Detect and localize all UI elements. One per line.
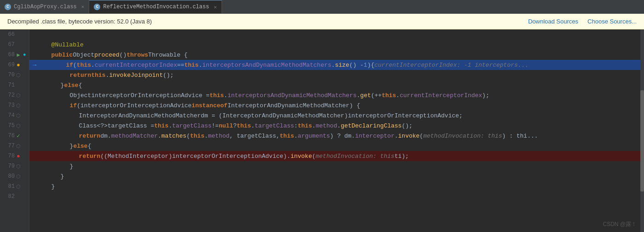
line-number: 82	[0, 193, 15, 200]
tab-reflective[interactable]: C ReflectiveMethodInvocation.class ✕	[89, 0, 222, 13]
tab-cglib[interactable]: C CglibAopProxy.class ✕	[0, 0, 89, 13]
code-line: return this.invokeJoinpoint();	[29, 70, 644, 80]
gutter-row: 68▶●	[0, 50, 29, 60]
download-sources-link[interactable]: Download Sources	[528, 18, 578, 25]
gutter-row: 66	[0, 29, 29, 40]
gutter-icon: ⬡	[15, 163, 22, 169]
gutter-row: 82	[0, 191, 29, 202]
tab-icon-cglib: C	[5, 4, 11, 10]
gutter-icon: ⬡	[15, 123, 22, 129]
gutter-icon: ⬡	[15, 72, 22, 78]
code-line: public Object proceed() throws Throwable…	[29, 50, 644, 60]
gutter-row: 69●	[0, 60, 29, 70]
scrollbar-track[interactable]	[640, 29, 644, 232]
code-line: InterceptorAndDynamicMethodMatcher dm = …	[29, 110, 644, 121]
tab-close-cglib[interactable]: ✕	[81, 4, 85, 10]
gutter-row: 70⬡	[0, 70, 29, 80]
gutter-row: 67	[0, 40, 29, 50]
code-line	[29, 191, 644, 202]
line-number: 77	[0, 143, 15, 149]
line-number: 81	[0, 183, 15, 190]
line-number: 69	[0, 62, 15, 68]
line-number: 78	[0, 153, 15, 159]
gutter-icon: ⬡	[15, 113, 22, 119]
gutter-icon: ▶	[15, 52, 22, 58]
line-number: 79	[0, 163, 15, 169]
line-number: 71	[0, 82, 15, 88]
gutter-icon: ⬡	[15, 174, 22, 180]
code-line: return dm.methodMatcher.matches(this.met…	[29, 131, 644, 141]
gutter-row: 80⬡	[0, 171, 29, 181]
line-number: 74	[0, 112, 15, 119]
gutter-row: 81⬡	[0, 181, 29, 191]
info-bar-message: Decompiled .class file, bytecode version…	[7, 18, 152, 25]
code-content[interactable]: @Nullablepublic Object proceed() throws …	[29, 29, 644, 232]
code-line	[29, 29, 644, 40]
gutter-row: 72⬡	[0, 90, 29, 100]
gutter-icon: ⬡	[15, 93, 22, 99]
gutter-row: 79⬡	[0, 161, 29, 171]
gutter-row: 75⬡	[0, 121, 29, 131]
code-line: Object interceptorOrInterceptionAdvice =…	[29, 90, 644, 100]
line-number: 66	[0, 31, 15, 38]
info-bar-actions: Download Sources Choose Sources...	[528, 18, 637, 25]
code-area: 666768▶●69●70⬡7172⬡73⬡74⬡75⬡76✓77⬡78●79⬡…	[0, 29, 644, 232]
tab-label-cglib: CglibAopProxy.class	[14, 4, 77, 10]
gutter-icon: ●	[15, 62, 22, 69]
code-line: }	[29, 161, 644, 171]
gutter-icon: ⬡	[15, 184, 22, 190]
line-number: 72	[0, 92, 15, 99]
code-line: Class<?> targetClass = this.targetClass …	[29, 121, 644, 131]
code-line: }	[29, 181, 644, 191]
code-line: } else {	[29, 141, 644, 151]
gutter: 666768▶●69●70⬡7172⬡73⬡74⬡75⬡76✓77⬡78●79⬡…	[0, 29, 29, 232]
gutter-row: 74⬡	[0, 110, 29, 121]
code-line: @Nullable	[29, 40, 644, 50]
gutter-icon: ⬡	[15, 143, 22, 149]
tab-label-reflective: ReflectiveMethodInvocation.class	[103, 4, 209, 10]
choose-sources-link[interactable]: Choose Sources...	[587, 18, 637, 25]
tab-close-reflective[interactable]: ✕	[214, 4, 217, 10]
tab-bar: C CglibAopProxy.class ✕ C ReflectiveMeth…	[0, 0, 644, 14]
line-number: 75	[0, 122, 15, 129]
gutter-row: 78●	[0, 151, 29, 161]
gutter-icon: ●	[15, 153, 22, 160]
code-line: return ((MethodInterceptor)interceptorOr…	[29, 151, 644, 161]
code-line: →if (this.currentInterceptorIndex == thi…	[29, 60, 644, 70]
code-line: if (interceptorOrInterceptionAdvice inst…	[29, 100, 644, 110]
gutter-row: 77⬡	[0, 141, 29, 151]
tab-icon-reflective: C	[94, 4, 100, 10]
gutter-row: 76✓	[0, 131, 29, 141]
gutter-row: 73⬡	[0, 100, 29, 110]
gutter-icon: ✓	[15, 132, 22, 139]
line-number: 68	[0, 52, 15, 58]
line-number: 80	[0, 173, 15, 180]
line-number: 67	[0, 41, 15, 48]
gutter-row: 71	[0, 80, 29, 90]
gutter-icon: ⬡	[15, 103, 22, 109]
line-number: 73	[0, 102, 15, 109]
code-line: } else {	[29, 80, 644, 90]
info-bar: Decompiled .class file, bytecode version…	[0, 14, 644, 29]
line-number: 76	[0, 133, 15, 139]
scrollbar-thumb[interactable]	[640, 90, 644, 191]
line-number: 70	[0, 72, 15, 78]
code-line: }	[29, 171, 644, 181]
